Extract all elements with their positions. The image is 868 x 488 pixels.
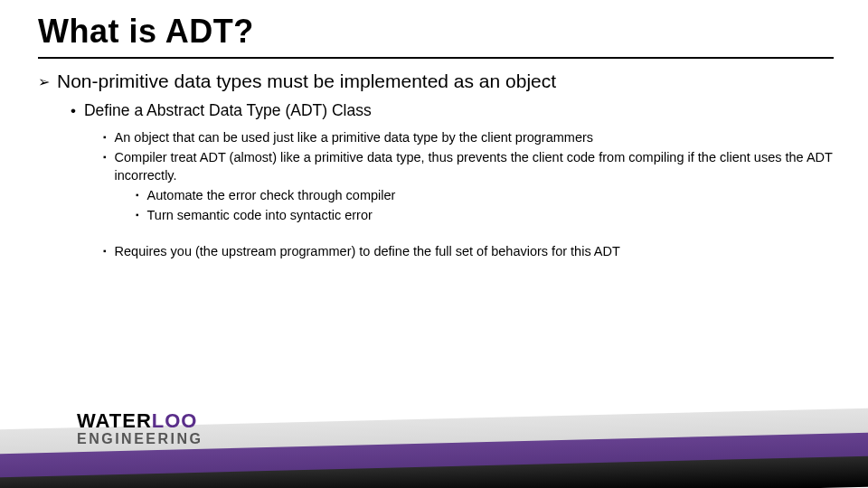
bullet-level-3: ▪ Requires you (the upstream programmer)… bbox=[103, 242, 834, 260]
bullet-level-4: ▪ Automate the error check through compi… bbox=[136, 186, 834, 204]
spacer bbox=[38, 226, 834, 242]
bullet-text: Requires you (the upstream programmer) t… bbox=[115, 242, 620, 260]
logo-text-water: WATER bbox=[77, 409, 152, 432]
bullet-level-1: ➢ Non-primitive data types must be imple… bbox=[38, 70, 834, 92]
slide-content: ➢ Non-primitive data types must be imple… bbox=[38, 70, 834, 262]
bullet-level-3: ▪ An object that can be used just like a… bbox=[103, 128, 834, 146]
dot-bullet-icon: • bbox=[71, 101, 76, 121]
bullet-text: An object that can be used just like a p… bbox=[115, 128, 594, 146]
bullet-level-2: • Define a Abstract Data Type (ADT) Clas… bbox=[71, 101, 834, 121]
logo-text-loo: LOO bbox=[152, 409, 198, 432]
bullet-text: Automate the error check through compile… bbox=[147, 186, 396, 204]
bullet-level-3: ▪ Compiler treat ADT (almost) like a pri… bbox=[103, 148, 834, 184]
square-bullet-icon: ▪ bbox=[103, 148, 107, 184]
logo-waterloo: WATERLOO bbox=[77, 409, 258, 433]
slide-title: What is ADT? bbox=[38, 13, 254, 51]
waterloo-engineering-logo: WATERLOO ENGINEERING bbox=[77, 403, 258, 454]
bullet-level-4: ▪ Turn semantic code into syntactic erro… bbox=[136, 206, 834, 224]
square-bullet-icon: ▪ bbox=[136, 186, 139, 204]
square-bullet-icon: ▪ bbox=[103, 242, 107, 260]
square-bullet-icon: ▪ bbox=[136, 206, 139, 224]
title-underline bbox=[38, 57, 834, 59]
bullet-text: Define a Abstract Data Type (ADT) Class bbox=[84, 101, 372, 121]
slide: What is ADT? ➢ Non-primitive data types … bbox=[0, 0, 868, 488]
bullet-text: Turn semantic code into syntactic error bbox=[147, 206, 373, 224]
square-bullet-icon: ▪ bbox=[103, 128, 107, 146]
logo-engineering: ENGINEERING bbox=[77, 431, 258, 447]
bullet-text: Compiler treat ADT (almost) like a primi… bbox=[115, 148, 834, 184]
chevron-right-icon: ➢ bbox=[38, 73, 50, 92]
bullet-text: Non-primitive data types must be impleme… bbox=[57, 70, 556, 92]
